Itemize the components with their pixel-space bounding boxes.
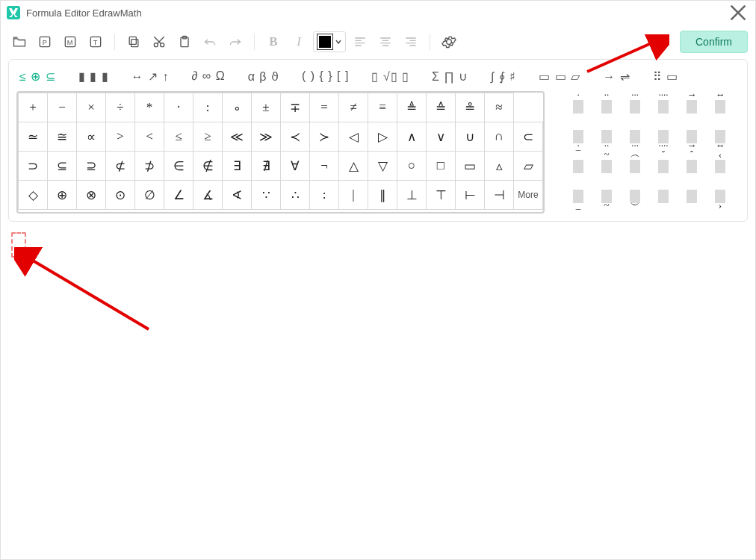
accent-cell[interactable]: ~ xyxy=(597,184,616,211)
symbol-cell[interactable]: ∘ xyxy=(223,93,252,122)
symbol-cell[interactable]: ▵ xyxy=(485,152,514,181)
symbol-cell[interactable]: ⊤ xyxy=(427,181,456,210)
accent-cell[interactable]: ··· xyxy=(625,94,645,121)
symbol-cell[interactable]: △ xyxy=(339,152,368,181)
confirm-button[interactable]: Confirm xyxy=(680,31,748,53)
accent-cell[interactable]: _ xyxy=(568,184,588,211)
symbol-cell[interactable]: ⊄ xyxy=(106,152,135,181)
symbol-cell[interactable]: ≜ xyxy=(397,93,427,122)
symbol-more-button[interactable]: More xyxy=(514,181,543,210)
symbol-cell[interactable]: : xyxy=(310,181,339,210)
symbol-cell[interactable]: ∴ xyxy=(281,181,310,210)
accent-cell[interactable]: ¯ xyxy=(568,154,588,181)
symbol-cell[interactable]: ▭ xyxy=(456,152,485,181)
align-center-button[interactable] xyxy=(374,31,397,53)
paste-button[interactable] xyxy=(173,31,196,53)
accent-cell[interactable]: ‹ xyxy=(710,154,730,181)
accent-cell[interactable]: ˇ xyxy=(654,184,673,211)
template-p-button[interactable]: P xyxy=(34,31,56,53)
symbol-cell[interactable]: ∨ xyxy=(427,122,456,152)
symbol-cell[interactable]: ◁ xyxy=(339,122,368,152)
accent-cell[interactable]: ˆ xyxy=(682,184,701,211)
symbol-cell[interactable]: > xyxy=(106,122,135,152)
accent-cell[interactable]: ·· xyxy=(597,124,616,151)
category-bigops[interactable]: Σ ∏ ∪ xyxy=(432,69,468,84)
symbol-cell[interactable]: ⊗ xyxy=(77,181,106,210)
category-integrals[interactable]: ∫ ∮ ♯ xyxy=(491,69,516,84)
accent-cell[interactable]: · xyxy=(568,124,588,151)
symbol-cell[interactable]: ∪ xyxy=(456,122,485,152)
symbol-cell[interactable]: * xyxy=(135,93,164,122)
symbol-cell[interactable]: = xyxy=(310,93,339,122)
symbol-cell[interactable]: ⊥ xyxy=(397,181,427,210)
symbol-cell[interactable]: ∈ xyxy=(164,152,193,181)
symbol-cell[interactable]: ≺ xyxy=(281,122,310,152)
accent-cell[interactable]: ·· xyxy=(597,94,616,121)
category-frames[interactable]: ▮ ▮ ▮ xyxy=(78,69,109,84)
symbol-cell[interactable]: ⊃ xyxy=(19,152,48,181)
symbol-cell[interactable]: ∠ xyxy=(164,181,193,210)
formula-editor-area[interactable] xyxy=(1,226,755,559)
category-fractions[interactable]: ▯ √▯ ▯ xyxy=(371,69,409,84)
close-button[interactable] xyxy=(727,1,749,24)
template-m-button[interactable]: M xyxy=(59,31,81,53)
symbol-cell[interactable]: ∡ xyxy=(193,181,223,210)
category-matrices[interactable]: ⠿ ▭ xyxy=(653,69,678,84)
accent-cell[interactable]: · xyxy=(568,94,588,121)
category-greek2[interactable]: α β ϑ xyxy=(248,69,279,84)
symbol-cell[interactable]: ⊂ xyxy=(514,122,543,152)
align-left-button[interactable] xyxy=(349,31,371,53)
symbol-cell[interactable]: ⊢ xyxy=(456,181,485,210)
symbol-cell[interactable]: ≙ xyxy=(427,93,456,122)
symbol-cell[interactable]: ≻ xyxy=(310,122,339,152)
symbol-cell[interactable]: ⊆ xyxy=(48,152,77,181)
copy-button[interactable] xyxy=(123,31,145,53)
symbol-cell[interactable]: < xyxy=(135,122,164,152)
symbol-cell[interactable]: ± xyxy=(252,93,281,122)
symbol-cell[interactable]: ▱ xyxy=(514,152,543,181)
symbol-cell[interactable]: ∝ xyxy=(77,122,106,152)
symbol-cell[interactable]: ≗ xyxy=(456,93,485,122)
italic-button[interactable]: I xyxy=(288,31,310,53)
accent-cell[interactable]: ↔ xyxy=(710,124,730,151)
accent-cell[interactable]: › xyxy=(710,184,730,211)
symbol-cell[interactable]: ¬ xyxy=(310,152,339,181)
font-color-picker[interactable] xyxy=(313,31,346,52)
symbol-cell[interactable]: ▷ xyxy=(368,122,397,152)
undo-button[interactable] xyxy=(199,31,221,53)
accent-cell[interactable]: ︵ xyxy=(625,154,645,181)
symbol-cell[interactable]: ≤ xyxy=(164,122,193,152)
settings-button[interactable] xyxy=(438,31,460,53)
symbol-cell[interactable]: · xyxy=(164,93,193,122)
symbol-cell[interactable]: ∀ xyxy=(281,152,310,181)
symbol-cell[interactable]: × xyxy=(77,93,106,122)
accent-cell[interactable]: → xyxy=(682,124,701,151)
open-button[interactable] xyxy=(8,31,31,53)
category-operators[interactable]: ≤ ⊕ ⊆ xyxy=(19,69,56,84)
symbol-cell[interactable]: ≥ xyxy=(193,122,223,152)
symbol-cell[interactable]: ∩ xyxy=(485,122,514,152)
symbol-cell[interactable]: ∃ xyxy=(223,152,252,181)
accent-cell[interactable]: ···· xyxy=(654,94,673,121)
symbol-cell[interactable]: ≡ xyxy=(368,93,397,122)
symbol-cell[interactable]: ≃ xyxy=(19,122,48,152)
accent-cell[interactable]: ~ xyxy=(597,154,616,181)
symbol-cell[interactable]: ⊇ xyxy=(77,152,106,181)
symbol-cell[interactable]: ⊣ xyxy=(485,181,514,210)
accent-cell[interactable]: ˇ xyxy=(654,154,673,181)
symbol-cell[interactable]: | xyxy=(339,181,368,210)
symbol-cell[interactable]: ≅ xyxy=(48,122,77,152)
formula-cursor[interactable] xyxy=(11,232,26,258)
symbol-cell[interactable]: ∧ xyxy=(397,122,427,152)
symbol-cell[interactable]: − xyxy=(48,93,77,122)
symbol-cell[interactable]: ∓ xyxy=(281,93,310,122)
symbol-cell[interactable]: ÷ xyxy=(106,93,135,122)
category-relarrows[interactable]: → ⇌ xyxy=(603,69,630,84)
symbol-cell[interactable]: ∅ xyxy=(135,181,164,210)
redo-button[interactable] xyxy=(224,31,247,53)
accent-cell[interactable]: ↔ xyxy=(710,94,730,121)
symbol-cell[interactable]: ◇ xyxy=(19,181,48,210)
symbol-cell[interactable]: ≪ xyxy=(223,122,252,152)
symbol-cell[interactable]: ∵ xyxy=(252,181,281,210)
symbol-cell[interactable]: ▽ xyxy=(368,152,397,181)
